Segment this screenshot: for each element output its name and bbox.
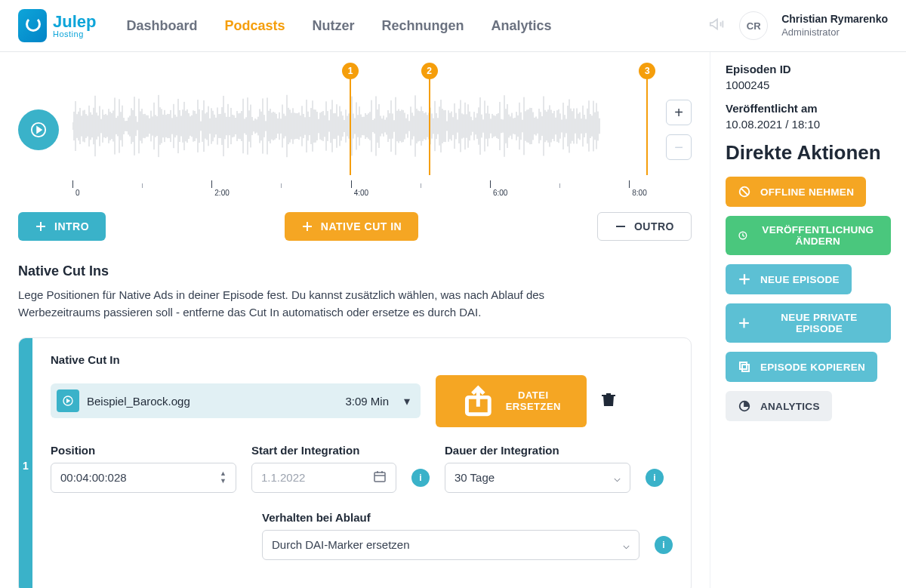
expire-info-icon[interactable]: i xyxy=(655,536,673,554)
copy-episode-label: EPISODE KOPIEREN xyxy=(760,362,865,373)
time-tick xyxy=(142,183,143,188)
logo-icon xyxy=(18,9,47,42)
intro-button[interactable]: INTRO xyxy=(18,212,106,241)
file-name: Beispiel_Barock.ogg xyxy=(87,395,337,408)
logo-subtitle: Hosting xyxy=(53,30,96,38)
header: Julep Hosting Dashboard Podcasts Nutzer … xyxy=(0,0,906,52)
start-info-icon[interactable]: i xyxy=(411,469,430,487)
episode-id-label: Episoden ID xyxy=(726,63,891,75)
zoom-in-button[interactable]: + xyxy=(666,100,692,125)
time-tick: 8:00 xyxy=(629,180,630,188)
outro-button[interactable]: OUTRO xyxy=(597,212,692,241)
new-episode-label: NEUE EPISODE xyxy=(760,274,840,285)
actions-title: Direkte Aktionen xyxy=(726,141,891,165)
waveform-svg xyxy=(72,81,601,171)
waveform-area: 02:004:006:008:00 123 + − xyxy=(18,66,692,194)
section-title: Native Cut Ins xyxy=(18,263,692,279)
file-play-button[interactable] xyxy=(57,389,79,412)
new-episode-button[interactable]: NEUE EPISODE xyxy=(726,264,852,294)
time-tick: 6:00 xyxy=(490,180,491,188)
sidebar: Episoden ID 1000245 Veröffentlicht am 10… xyxy=(710,52,906,588)
time-tick xyxy=(421,183,421,188)
position-value: 00:04:00:028 xyxy=(60,471,127,484)
user-name: Christian Rymarenko xyxy=(781,12,888,26)
outro-button-label: OUTRO xyxy=(634,220,674,232)
waveform-marker[interactable]: 2 xyxy=(429,66,430,175)
duration-info-icon[interactable]: i xyxy=(646,469,664,487)
nav-dashboard[interactable]: Dashboard xyxy=(126,18,197,34)
intro-button-label: INTRO xyxy=(54,220,89,232)
duration-select[interactable]: 30 Tage ⌵ xyxy=(445,463,630,493)
time-tick: 4:00 xyxy=(351,180,352,188)
waveform-marker[interactable]: 1 xyxy=(350,66,351,175)
section-desc: Lege Positionen für Native Ads in deiner… xyxy=(18,287,562,321)
svg-marker-1 xyxy=(37,127,42,132)
time-tick: 2:00 xyxy=(211,180,212,188)
replace-file-button[interactable]: DATEI ERSETZEN xyxy=(436,375,587,427)
published-value: 10.08.2021 / 18:10 xyxy=(726,118,891,131)
expire-select[interactable]: Durch DAI-Marker ersetzen ⌵ xyxy=(262,530,639,560)
replace-file-label: DATEI ERSETZEN xyxy=(506,389,561,412)
svg-rect-371 xyxy=(740,362,747,369)
start-label: Start der Integration xyxy=(251,444,396,457)
user-info[interactable]: Christian Rymarenko Administrator xyxy=(781,12,888,38)
calendar-icon[interactable] xyxy=(373,469,387,485)
file-duration: 3:09 Min xyxy=(345,395,389,408)
svg-rect-372 xyxy=(742,365,749,371)
user-role: Administrator xyxy=(781,26,888,39)
cutin-card: 1 Native Cut In Beispiel_Barock.ogg 3:09… xyxy=(18,337,692,588)
analytics-label: ANALYTICS xyxy=(760,401,820,412)
expire-value: Durch DAI-Marker ersetzen xyxy=(272,538,410,551)
waveform-marker[interactable]: 3 xyxy=(646,66,648,175)
time-tick xyxy=(281,183,282,188)
nav-nutzer[interactable]: Nutzer xyxy=(313,18,355,34)
episode-id-value: 1000245 xyxy=(726,79,891,91)
zoom-out-button[interactable]: − xyxy=(666,134,692,160)
svg-line-365 xyxy=(741,189,748,195)
chevron-down-icon[interactable]: ▾ xyxy=(404,394,410,408)
nav-analytics[interactable]: Analytics xyxy=(492,18,552,34)
position-stepper[interactable]: ▲▼ xyxy=(220,470,226,485)
play-button[interactable] xyxy=(18,109,59,150)
megaphone-icon[interactable] xyxy=(709,17,726,35)
change-publish-button[interactable]: VERÖFFENTLICHUNG ÄNDERN xyxy=(726,216,891,255)
avatar[interactable]: CR xyxy=(739,11,768,40)
logo[interactable]: Julep Hosting xyxy=(18,9,96,42)
svg-marker-358 xyxy=(67,399,69,402)
nav-rechnungen[interactable]: Rechnungen xyxy=(382,18,464,34)
new-private-label: NEUE PRIVATE EPISODE xyxy=(760,312,879,334)
start-date-field[interactable] xyxy=(261,471,373,484)
offline-button[interactable]: OFFLINE NEHMEN xyxy=(726,177,866,207)
svg-rect-360 xyxy=(374,473,385,482)
duration-label: Dauer der Integration xyxy=(445,444,630,457)
native-cutin-button[interactable]: NATIVE CUT IN xyxy=(285,212,418,241)
start-date-input[interactable] xyxy=(251,463,396,493)
position-label: Position xyxy=(51,444,236,457)
change-publish-label: VERÖFFENTLICHUNG ÄNDERN xyxy=(757,224,879,247)
chevron-down-icon: ⌵ xyxy=(614,471,621,485)
main-nav: Dashboard Podcasts Nutzer Rechnungen Ana… xyxy=(126,18,709,34)
trash-icon[interactable] xyxy=(602,392,615,410)
analytics-button[interactable]: ANALYTICS xyxy=(726,391,832,421)
published-label: Veröffentlicht am xyxy=(726,102,891,115)
native-button-label: NATIVE CUT IN xyxy=(321,220,402,232)
expire-label: Verhalten bei Ablauf xyxy=(262,511,639,524)
new-private-episode-button[interactable]: NEUE PRIVATE EPISODE xyxy=(726,303,891,343)
file-chip[interactable]: Beispiel_Barock.ogg 3:09 Min ▾ xyxy=(51,383,421,418)
time-tick: 0 xyxy=(72,180,73,188)
logo-title: Julep xyxy=(53,14,96,30)
time-axis: 02:004:006:008:00 xyxy=(72,175,652,194)
time-tick xyxy=(559,183,560,188)
cutin-index: 1 xyxy=(19,338,32,588)
duration-value: 30 Tage xyxy=(455,471,495,484)
offline-label: OFFLINE NEHMEN xyxy=(760,186,854,198)
position-input[interactable]: 00:04:00:028 ▲▼ xyxy=(51,463,236,493)
cutin-label: Native Cut In xyxy=(51,353,673,366)
waveform[interactable]: 02:004:006:008:00 123 xyxy=(72,66,652,194)
copy-episode-button[interactable]: EPISODE KOPIEREN xyxy=(726,352,877,382)
nav-podcasts[interactable]: Podcasts xyxy=(225,18,285,34)
chevron-down-icon: ⌵ xyxy=(623,538,630,552)
